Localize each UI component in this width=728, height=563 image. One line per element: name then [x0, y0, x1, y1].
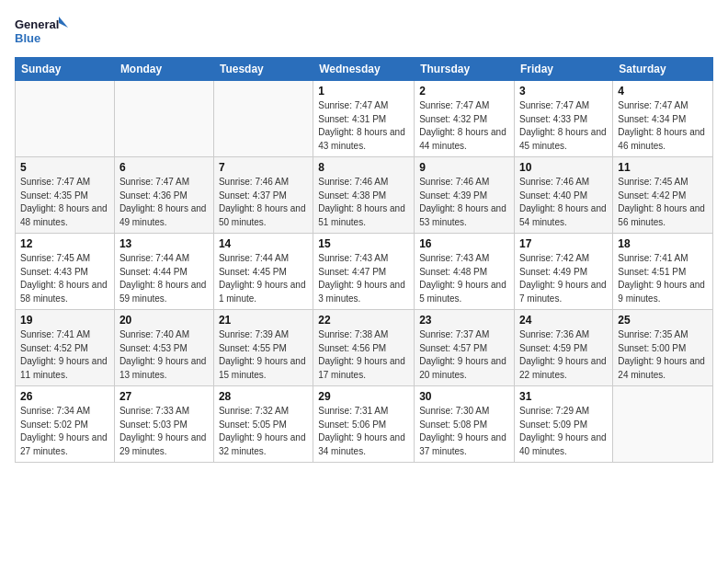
weekday-header-wednesday: Wednesday [313, 58, 415, 81]
calendar-cell: 21Sunrise: 7:39 AM Sunset: 4:55 PM Dayli… [213, 310, 313, 386]
day-info: Sunrise: 7:37 AM Sunset: 4:57 PM Dayligh… [419, 328, 509, 382]
calendar-cell: 4Sunrise: 7:47 AM Sunset: 4:34 PM Daylig… [613, 81, 713, 157]
calendar-cell: 8Sunrise: 7:46 AM Sunset: 4:38 PM Daylig… [313, 157, 415, 234]
day-number: 20 [119, 314, 209, 327]
calendar-cell: 15Sunrise: 7:43 AM Sunset: 4:47 PM Dayli… [313, 234, 415, 310]
day-number: 25 [618, 314, 708, 327]
calendar-cell: 5Sunrise: 7:47 AM Sunset: 4:35 PM Daylig… [16, 157, 115, 234]
calendar-cell: 9Sunrise: 7:46 AM Sunset: 4:39 PM Daylig… [415, 157, 515, 234]
calendar-cell: 16Sunrise: 7:43 AM Sunset: 4:48 PM Dayli… [415, 234, 515, 310]
calendar-cell: 14Sunrise: 7:44 AM Sunset: 4:45 PM Dayli… [213, 234, 313, 310]
week-row-3: 12Sunrise: 7:45 AM Sunset: 4:43 PM Dayli… [16, 234, 713, 310]
day-number: 5 [20, 161, 109, 174]
day-number: 1 [318, 85, 409, 98]
day-number: 14 [219, 237, 308, 250]
day-info: Sunrise: 7:45 AM Sunset: 4:42 PM Dayligh… [618, 176, 708, 229]
header: General Blue [15, 15, 713, 48]
day-info: Sunrise: 7:41 AM Sunset: 4:51 PM Dayligh… [618, 252, 708, 305]
day-number: 23 [419, 314, 509, 327]
calendar-cell: 28Sunrise: 7:32 AM Sunset: 5:05 PM Dayli… [213, 386, 313, 463]
day-info: Sunrise: 7:44 AM Sunset: 4:45 PM Dayligh… [219, 252, 308, 305]
day-info: Sunrise: 7:40 AM Sunset: 4:53 PM Dayligh… [119, 328, 209, 382]
calendar-cell: 1Sunrise: 7:47 AM Sunset: 4:31 PM Daylig… [313, 81, 415, 157]
day-info: Sunrise: 7:34 AM Sunset: 5:02 PM Dayligh… [20, 405, 109, 458]
day-number: 22 [318, 314, 409, 327]
day-info: Sunrise: 7:43 AM Sunset: 4:47 PM Dayligh… [318, 252, 409, 305]
weekday-header-tuesday: Tuesday [213, 58, 313, 81]
day-number: 18 [618, 237, 708, 250]
day-number: 12 [20, 237, 109, 250]
calendar-cell [16, 81, 115, 157]
day-info: Sunrise: 7:44 AM Sunset: 4:44 PM Dayligh… [119, 252, 209, 305]
calendar-cell: 25Sunrise: 7:35 AM Sunset: 5:00 PM Dayli… [613, 310, 713, 386]
svg-marker-2 [59, 17, 68, 28]
day-info: Sunrise: 7:46 AM Sunset: 4:40 PM Dayligh… [519, 176, 608, 229]
calendar-cell: 17Sunrise: 7:42 AM Sunset: 4:49 PM Dayli… [515, 234, 613, 310]
day-info: Sunrise: 7:39 AM Sunset: 4:55 PM Dayligh… [219, 328, 308, 382]
calendar-cell: 24Sunrise: 7:36 AM Sunset: 4:59 PM Dayli… [515, 310, 613, 386]
calendar-cell: 7Sunrise: 7:46 AM Sunset: 4:37 PM Daylig… [213, 157, 313, 234]
week-row-2: 5Sunrise: 7:47 AM Sunset: 4:35 PM Daylig… [16, 157, 713, 234]
day-info: Sunrise: 7:33 AM Sunset: 5:03 PM Dayligh… [119, 405, 209, 458]
day-number: 26 [20, 390, 109, 403]
day-info: Sunrise: 7:31 AM Sunset: 5:06 PM Dayligh… [318, 405, 409, 458]
day-number: 24 [519, 314, 608, 327]
day-info: Sunrise: 7:38 AM Sunset: 4:56 PM Dayligh… [318, 328, 409, 382]
weekday-header-thursday: Thursday [415, 58, 515, 81]
calendar-cell [114, 81, 213, 157]
weekday-header-friday: Friday [515, 58, 613, 81]
week-row-1: 1Sunrise: 7:47 AM Sunset: 4:31 PM Daylig… [16, 81, 713, 157]
weekday-header-saturday: Saturday [613, 58, 713, 81]
day-number: 7 [219, 161, 308, 174]
calendar-cell: 26Sunrise: 7:34 AM Sunset: 5:02 PM Dayli… [16, 386, 115, 463]
day-number: 28 [219, 390, 308, 403]
week-row-5: 26Sunrise: 7:34 AM Sunset: 5:02 PM Dayli… [16, 386, 713, 463]
day-info: Sunrise: 7:29 AM Sunset: 5:09 PM Dayligh… [519, 405, 608, 458]
weekday-header-sunday: Sunday [16, 58, 115, 81]
day-number: 31 [519, 390, 608, 403]
calendar-cell: 23Sunrise: 7:37 AM Sunset: 4:57 PM Dayli… [415, 310, 515, 386]
weekday-header-monday: Monday [114, 58, 213, 81]
svg-text:Blue: Blue [15, 31, 40, 45]
day-info: Sunrise: 7:47 AM Sunset: 4:36 PM Dayligh… [119, 176, 209, 229]
day-info: Sunrise: 7:46 AM Sunset: 4:38 PM Dayligh… [318, 176, 409, 229]
calendar-cell [213, 81, 313, 157]
day-info: Sunrise: 7:41 AM Sunset: 4:52 PM Dayligh… [20, 328, 109, 382]
logo-svg: General Blue [15, 15, 70, 48]
day-number: 8 [318, 161, 409, 174]
day-info: Sunrise: 7:32 AM Sunset: 5:05 PM Dayligh… [219, 405, 308, 458]
day-number: 29 [318, 390, 409, 403]
svg-text:General: General [15, 17, 59, 31]
day-info: Sunrise: 7:45 AM Sunset: 4:43 PM Dayligh… [20, 252, 109, 305]
day-number: 13 [119, 237, 209, 250]
day-info: Sunrise: 7:46 AM Sunset: 4:39 PM Dayligh… [419, 176, 509, 229]
calendar-cell: 13Sunrise: 7:44 AM Sunset: 4:44 PM Dayli… [114, 234, 213, 310]
calendar-cell: 3Sunrise: 7:47 AM Sunset: 4:33 PM Daylig… [515, 81, 613, 157]
day-info: Sunrise: 7:46 AM Sunset: 4:37 PM Dayligh… [219, 176, 308, 229]
calendar-cell [613, 386, 713, 463]
calendar-cell: 22Sunrise: 7:38 AM Sunset: 4:56 PM Dayli… [313, 310, 415, 386]
day-info: Sunrise: 7:47 AM Sunset: 4:31 PM Dayligh… [318, 99, 409, 153]
logo: General Blue [15, 15, 70, 48]
calendar-cell: 20Sunrise: 7:40 AM Sunset: 4:53 PM Dayli… [114, 310, 213, 386]
day-number: 15 [318, 237, 409, 250]
day-number: 17 [519, 237, 608, 250]
calendar-cell: 19Sunrise: 7:41 AM Sunset: 4:52 PM Dayli… [16, 310, 115, 386]
day-number: 11 [618, 161, 708, 174]
calendar-cell: 30Sunrise: 7:30 AM Sunset: 5:08 PM Dayli… [415, 386, 515, 463]
day-number: 10 [519, 161, 608, 174]
day-number: 21 [219, 314, 308, 327]
day-info: Sunrise: 7:47 AM Sunset: 4:34 PM Dayligh… [618, 99, 708, 153]
calendar-cell: 12Sunrise: 7:45 AM Sunset: 4:43 PM Dayli… [16, 234, 115, 310]
day-info: Sunrise: 7:47 AM Sunset: 4:35 PM Dayligh… [20, 176, 109, 229]
day-number: 4 [618, 85, 708, 98]
day-info: Sunrise: 7:35 AM Sunset: 5:00 PM Dayligh… [618, 328, 708, 382]
day-number: 16 [419, 237, 509, 250]
day-info: Sunrise: 7:36 AM Sunset: 4:59 PM Dayligh… [519, 328, 608, 382]
day-number: 19 [20, 314, 109, 327]
day-info: Sunrise: 7:47 AM Sunset: 4:33 PM Dayligh… [519, 99, 608, 153]
calendar-cell: 29Sunrise: 7:31 AM Sunset: 5:06 PM Dayli… [313, 386, 415, 463]
calendar-cell: 11Sunrise: 7:45 AM Sunset: 4:42 PM Dayli… [613, 157, 713, 234]
day-number: 9 [419, 161, 509, 174]
day-info: Sunrise: 7:30 AM Sunset: 5:08 PM Dayligh… [419, 405, 509, 458]
